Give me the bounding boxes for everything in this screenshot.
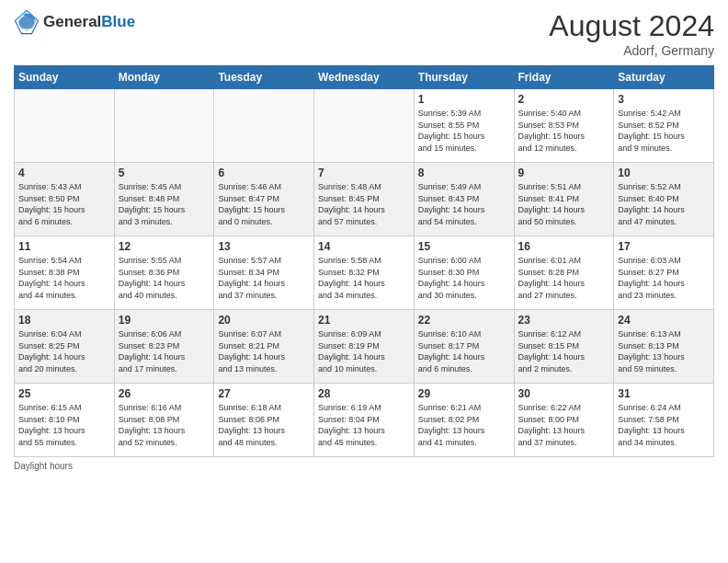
day-cell: 22Sunrise: 6:10 AM Sunset: 8:17 PM Dayli… bbox=[414, 310, 514, 384]
header-cell-wednesday: Wednesday bbox=[314, 66, 415, 89]
day-cell: 30Sunrise: 6:22 AM Sunset: 8:00 PM Dayli… bbox=[514, 384, 614, 457]
day-info: Sunrise: 6:13 AM Sunset: 8:13 PM Dayligh… bbox=[618, 328, 710, 374]
day-info: Sunrise: 6:18 AM Sunset: 8:06 PM Dayligh… bbox=[218, 402, 310, 448]
day-info: Sunrise: 5:51 AM Sunset: 8:41 PM Dayligh… bbox=[518, 181, 610, 227]
month-title: August 2024 bbox=[549, 9, 714, 43]
day-cell: 18Sunrise: 6:04 AM Sunset: 8:25 PM Dayli… bbox=[15, 310, 115, 384]
day-cell bbox=[114, 89, 214, 163]
day-info: Sunrise: 5:43 AM Sunset: 8:50 PM Dayligh… bbox=[18, 181, 110, 227]
week-row-5: 25Sunrise: 6:15 AM Sunset: 8:10 PM Dayli… bbox=[15, 384, 714, 457]
day-cell: 27Sunrise: 6:18 AM Sunset: 8:06 PM Dayli… bbox=[214, 384, 314, 457]
day-info: Sunrise: 6:03 AM Sunset: 8:27 PM Dayligh… bbox=[618, 255, 710, 301]
day-number: 18 bbox=[18, 314, 110, 327]
day-number: 19 bbox=[119, 314, 210, 327]
day-info: Sunrise: 6:16 AM Sunset: 8:08 PM Dayligh… bbox=[119, 402, 210, 448]
day-number: 15 bbox=[418, 240, 510, 253]
logo-text: GeneralBlue bbox=[43, 13, 135, 31]
day-number: 11 bbox=[18, 240, 110, 253]
day-number: 16 bbox=[518, 240, 610, 253]
location: Adorf, Germany bbox=[549, 43, 714, 58]
header-cell-sunday: Sunday bbox=[15, 66, 115, 89]
day-cell: 4Sunrise: 5:43 AM Sunset: 8:50 PM Daylig… bbox=[15, 163, 115, 236]
day-cell: 13Sunrise: 5:57 AM Sunset: 8:34 PM Dayli… bbox=[214, 236, 314, 310]
week-row-2: 4Sunrise: 5:43 AM Sunset: 8:50 PM Daylig… bbox=[15, 163, 714, 236]
header-cell-tuesday: Tuesday bbox=[214, 66, 314, 89]
day-number: 26 bbox=[119, 387, 210, 400]
day-number: 28 bbox=[318, 387, 410, 400]
day-info: Sunrise: 6:06 AM Sunset: 8:23 PM Dayligh… bbox=[119, 328, 210, 374]
title-section: August 2024 Adorf, Germany bbox=[549, 9, 714, 58]
day-number: 24 bbox=[618, 314, 710, 327]
footer: Daylight hours bbox=[14, 461, 714, 471]
day-cell: 23Sunrise: 6:12 AM Sunset: 8:15 PM Dayli… bbox=[514, 310, 614, 384]
day-number: 20 bbox=[218, 314, 310, 327]
day-info: Sunrise: 5:45 AM Sunset: 8:48 PM Dayligh… bbox=[119, 181, 210, 227]
day-number: 5 bbox=[119, 167, 210, 179]
day-cell: 5Sunrise: 5:45 AM Sunset: 8:48 PM Daylig… bbox=[114, 163, 214, 236]
day-info: Sunrise: 5:39 AM Sunset: 8:55 PM Dayligh… bbox=[418, 108, 510, 154]
day-number: 13 bbox=[218, 240, 310, 253]
day-info: Sunrise: 6:12 AM Sunset: 8:15 PM Dayligh… bbox=[518, 328, 610, 374]
day-cell: 24Sunrise: 6:13 AM Sunset: 8:13 PM Dayli… bbox=[614, 310, 714, 384]
day-cell: 17Sunrise: 6:03 AM Sunset: 8:27 PM Dayli… bbox=[614, 236, 714, 310]
day-cell: 8Sunrise: 5:49 AM Sunset: 8:43 PM Daylig… bbox=[414, 163, 514, 236]
calendar-table: SundayMondayTuesdayWednesdayThursdayFrid… bbox=[14, 65, 714, 457]
day-info: Sunrise: 5:46 AM Sunset: 8:47 PM Dayligh… bbox=[218, 181, 310, 227]
day-info: Sunrise: 5:52 AM Sunset: 8:40 PM Dayligh… bbox=[618, 181, 710, 227]
day-cell: 14Sunrise: 5:58 AM Sunset: 8:32 PM Dayli… bbox=[314, 236, 415, 310]
day-cell: 25Sunrise: 6:15 AM Sunset: 8:10 PM Dayli… bbox=[15, 384, 115, 457]
week-row-4: 18Sunrise: 6:04 AM Sunset: 8:25 PM Dayli… bbox=[15, 310, 714, 384]
day-info: Sunrise: 5:42 AM Sunset: 8:52 PM Dayligh… bbox=[618, 108, 710, 154]
header-row: SundayMondayTuesdayWednesdayThursdayFrid… bbox=[15, 66, 714, 89]
day-info: Sunrise: 6:04 AM Sunset: 8:25 PM Dayligh… bbox=[18, 328, 110, 374]
day-number: 14 bbox=[318, 240, 410, 253]
day-cell: 1Sunrise: 5:39 AM Sunset: 8:55 PM Daylig… bbox=[414, 89, 514, 163]
header-cell-thursday: Thursday bbox=[414, 66, 514, 89]
day-cell: 3Sunrise: 5:42 AM Sunset: 8:52 PM Daylig… bbox=[614, 89, 714, 163]
day-cell: 11Sunrise: 5:54 AM Sunset: 8:38 PM Dayli… bbox=[15, 236, 115, 310]
day-cell: 20Sunrise: 6:07 AM Sunset: 8:21 PM Dayli… bbox=[214, 310, 314, 384]
day-info: Sunrise: 6:00 AM Sunset: 8:30 PM Dayligh… bbox=[418, 255, 510, 301]
day-cell: 28Sunrise: 6:19 AM Sunset: 8:04 PM Dayli… bbox=[314, 384, 415, 457]
day-number: 29 bbox=[418, 387, 510, 400]
day-cell: 26Sunrise: 6:16 AM Sunset: 8:08 PM Dayli… bbox=[114, 384, 214, 457]
day-info: Sunrise: 6:01 AM Sunset: 8:28 PM Dayligh… bbox=[518, 255, 610, 301]
day-number: 30 bbox=[518, 387, 610, 400]
day-info: Sunrise: 6:19 AM Sunset: 8:04 PM Dayligh… bbox=[318, 402, 410, 448]
day-cell: 2Sunrise: 5:40 AM Sunset: 8:53 PM Daylig… bbox=[514, 89, 614, 163]
day-number: 31 bbox=[618, 387, 710, 400]
day-cell bbox=[214, 89, 314, 163]
day-cell bbox=[15, 89, 115, 163]
day-info: Sunrise: 5:40 AM Sunset: 8:53 PM Dayligh… bbox=[518, 108, 610, 154]
day-number: 25 bbox=[18, 387, 110, 400]
header-cell-saturday: Saturday bbox=[614, 66, 714, 89]
day-cell: 29Sunrise: 6:21 AM Sunset: 8:02 PM Dayli… bbox=[414, 384, 514, 457]
day-info: Sunrise: 5:49 AM Sunset: 8:43 PM Dayligh… bbox=[418, 181, 510, 227]
day-number: 8 bbox=[418, 167, 510, 179]
header-cell-friday: Friday bbox=[514, 66, 614, 89]
day-info: Sunrise: 6:22 AM Sunset: 8:00 PM Dayligh… bbox=[518, 402, 610, 448]
day-cell: 9Sunrise: 5:51 AM Sunset: 8:41 PM Daylig… bbox=[514, 163, 614, 236]
day-info: Sunrise: 6:15 AM Sunset: 8:10 PM Dayligh… bbox=[18, 402, 110, 448]
day-cell: 7Sunrise: 5:48 AM Sunset: 8:45 PM Daylig… bbox=[314, 163, 415, 236]
day-cell: 21Sunrise: 6:09 AM Sunset: 8:19 PM Dayli… bbox=[314, 310, 415, 384]
week-row-1: 1Sunrise: 5:39 AM Sunset: 8:55 PM Daylig… bbox=[15, 89, 714, 163]
day-info: Sunrise: 6:10 AM Sunset: 8:17 PM Dayligh… bbox=[418, 328, 510, 374]
day-info: Sunrise: 6:09 AM Sunset: 8:19 PM Dayligh… bbox=[318, 328, 410, 374]
day-info: Sunrise: 5:55 AM Sunset: 8:36 PM Dayligh… bbox=[119, 255, 210, 301]
day-info: Sunrise: 6:07 AM Sunset: 8:21 PM Dayligh… bbox=[218, 328, 310, 374]
header-cell-monday: Monday bbox=[114, 66, 214, 89]
logo: GeneralBlue bbox=[14, 9, 135, 35]
day-info: Sunrise: 6:24 AM Sunset: 7:58 PM Dayligh… bbox=[618, 402, 710, 448]
day-cell: 12Sunrise: 5:55 AM Sunset: 8:36 PM Dayli… bbox=[114, 236, 214, 310]
logo-general: General bbox=[43, 13, 101, 30]
day-number: 2 bbox=[518, 93, 610, 106]
day-number: 21 bbox=[318, 314, 410, 327]
header: GeneralBlue August 2024 Adorf, Germany bbox=[14, 9, 714, 58]
day-number: 22 bbox=[418, 314, 510, 327]
day-cell: 31Sunrise: 6:24 AM Sunset: 7:58 PM Dayli… bbox=[614, 384, 714, 457]
day-number: 4 bbox=[18, 167, 110, 179]
day-number: 3 bbox=[618, 93, 710, 106]
week-row-3: 11Sunrise: 5:54 AM Sunset: 8:38 PM Dayli… bbox=[15, 236, 714, 310]
day-number: 6 bbox=[218, 167, 310, 179]
